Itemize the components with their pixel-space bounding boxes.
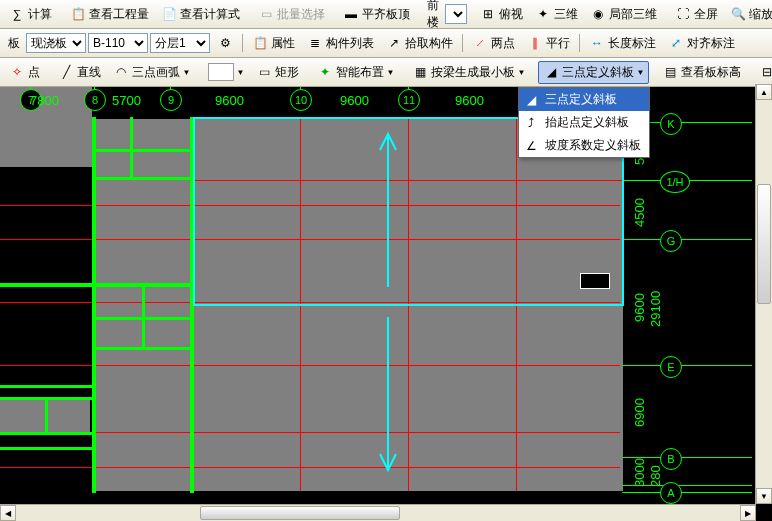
wall <box>0 447 92 450</box>
dim-label: 280 <box>648 465 663 487</box>
beam-gen-slab-button[interactable]: ▦按梁生成最小板▼ <box>407 61 530 84</box>
rect-icon: ▭ <box>256 64 272 80</box>
slab-code-select[interactable]: B-110 <box>88 33 148 53</box>
axis-bubble: E <box>660 356 682 378</box>
split-icon: ⊟ <box>759 64 772 80</box>
wall <box>0 385 92 388</box>
axis-bubble: 11 <box>398 89 420 111</box>
smart-layout-button[interactable]: ✦智能布置▼ <box>312 61 399 84</box>
plan-icon: ⊞ <box>480 6 496 22</box>
axis-bubble: K <box>660 113 682 135</box>
beam-split-button[interactable]: ⊟按梁分 <box>754 61 772 84</box>
vertical-scrollbar[interactable]: ▲ ▼ <box>755 84 772 504</box>
drawing-canvas[interactable]: 7 8 9 10 11 7800 5700 9600 9600 9600 780… <box>0 87 772 521</box>
view-formula-button[interactable]: 📄查看计算式 <box>156 3 245 26</box>
calc-button[interactable]: ∑计算 <box>4 3 57 26</box>
dim-label: 6900 <box>632 398 647 427</box>
line-button[interactable]: ╱直线 <box>53 61 106 84</box>
list-icon: ≣ <box>307 35 323 51</box>
elev-icon: ▤ <box>662 64 678 80</box>
scroll-thumb[interactable] <box>200 506 400 520</box>
chevron-down-icon: ▼ <box>183 64 190 80</box>
grid-axis <box>622 239 752 240</box>
align-dim-button[interactable]: ⤢对齐标注 <box>663 32 740 55</box>
menu-item-three-point[interactable]: ◢三点定义斜板 <box>519 88 649 111</box>
scroll-right-button[interactable]: ▶ <box>740 505 756 521</box>
slab-type-label: 板 <box>4 35 24 52</box>
horizontal-scrollbar[interactable]: ◀ ▶ <box>0 504 756 521</box>
toolbar-member: 板 现浇板 B-110 分层1 ⚙ 📋属性 ≣构件列表 ↗拾取构件 ⟋两点 ∥平… <box>0 29 772 58</box>
length-dim-button[interactable]: ↔长度标注 <box>584 32 661 55</box>
menu-item-lift-point[interactable]: ⤴抬起点定义斜板 <box>519 111 649 134</box>
grid-axis <box>622 492 752 493</box>
layer-settings-button[interactable]: ⚙ <box>212 32 238 54</box>
wall <box>130 117 133 152</box>
dim-label: 9600 <box>340 93 369 108</box>
view-3d-button[interactable]: ✦三维 <box>530 3 583 26</box>
axis-bubble: A <box>660 482 682 504</box>
wall <box>142 285 145 320</box>
fullscreen-icon: ⛶ <box>675 6 691 22</box>
props-button[interactable]: 📋属性 <box>247 32 300 55</box>
pick-member-button[interactable]: ↗拾取构件 <box>381 32 458 55</box>
slab-cast-select[interactable]: 现浇板 <box>26 33 86 53</box>
dim-label: 9600 <box>215 93 244 108</box>
view-slab-elev-button[interactable]: ▤查看板标高 <box>657 61 746 84</box>
props-icon: 📋 <box>252 35 268 51</box>
scroll-thumb[interactable] <box>757 184 771 304</box>
separator <box>579 34 580 52</box>
dim-label: 7800 <box>30 93 59 108</box>
incline-slab-menu: ◢三点定义斜板 ⤴抬起点定义斜板 ∠坡度系数定义斜板 <box>518 87 650 158</box>
scroll-down-button[interactable]: ▼ <box>756 488 772 504</box>
view-eng-button[interactable]: 📋查看工程量 <box>65 3 154 26</box>
incline-icon: ◢ <box>523 92 539 108</box>
color-icon <box>208 63 234 81</box>
zoom-button[interactable]: 🔍缩放 <box>725 3 772 26</box>
point-icon: ✧ <box>9 64 25 80</box>
gear-icon: ⚙ <box>217 35 233 51</box>
menu-item-slope-coef[interactable]: ∠坡度系数定义斜板 <box>519 134 649 157</box>
arc-button[interactable]: ◠三点画弧▼ <box>108 61 195 84</box>
calc-icon: ∑ <box>9 6 25 22</box>
color-button[interactable]: ▼ <box>203 60 249 84</box>
point-button[interactable]: ✧点 <box>4 61 45 84</box>
two-point-button[interactable]: ⟋两点 <box>467 32 520 55</box>
toolbar-view: ∑计算 📋查看工程量 📄查看计算式 ▭批量选择 ▬平齐板顶 当前楼层 ⊞俯视 ✦… <box>0 0 772 29</box>
layer-select[interactable]: 分层1 <box>150 33 210 53</box>
view-plan-button[interactable]: ⊞俯视 <box>475 3 528 26</box>
rect-button[interactable]: ▭矩形 <box>251 61 304 84</box>
incline-slab-button[interactable]: ◢三点定义斜板▼ <box>538 61 649 84</box>
chevron-down-icon: ▼ <box>637 64 644 80</box>
dim-label: 3000 <box>632 458 647 487</box>
member-list-button[interactable]: ≣构件列表 <box>302 32 379 55</box>
dim-label: 9600 <box>632 293 647 322</box>
parallel-button[interactable]: ∥平行 <box>522 32 575 55</box>
batch-select-button[interactable]: ▭批量选择 <box>253 3 330 26</box>
floor-select[interactable] <box>445 4 467 24</box>
fullscreen-button[interactable]: ⛶全屏 <box>670 3 723 26</box>
arc-icon: ◠ <box>113 64 129 80</box>
scroll-left-button[interactable]: ◀ <box>0 505 16 521</box>
pick-icon: ↗ <box>386 35 402 51</box>
scroll-up-button[interactable]: ▲ <box>756 84 772 100</box>
smart-icon: ✦ <box>317 64 333 80</box>
twopoint-icon: ⟋ <box>472 35 488 51</box>
wall <box>95 177 190 180</box>
dim-label: 5700 <box>112 93 141 108</box>
beam-icon: ▦ <box>412 64 428 80</box>
arrow-up <box>378 132 398 287</box>
dim-label: 29100 <box>648 291 663 327</box>
sheet-icon: 📋 <box>70 6 86 22</box>
local-3d-button[interactable]: ◉局部三维 <box>585 3 662 26</box>
level-slab-button[interactable]: ▬平齐板顶 <box>338 3 415 26</box>
dim-label: 4500 <box>632 198 647 227</box>
separator <box>242 34 243 52</box>
level-icon: ▬ <box>343 6 359 22</box>
wall <box>142 318 145 348</box>
chevron-down-icon: ▼ <box>237 64 244 80</box>
slope-icon: ∠ <box>523 138 539 154</box>
formula-icon: 📄 <box>161 6 177 22</box>
lift-icon: ⤴ <box>523 115 539 131</box>
chevron-down-icon: ▼ <box>518 64 525 80</box>
dim-label: 9600 <box>455 93 484 108</box>
